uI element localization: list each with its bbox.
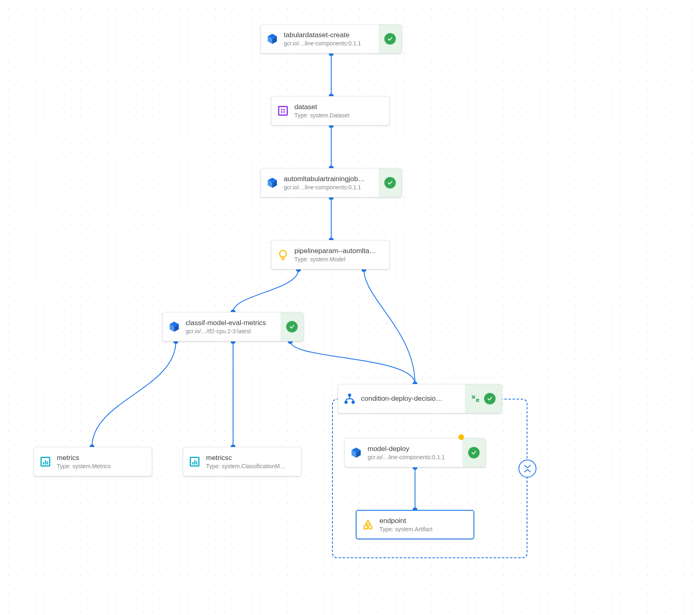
lightbulb-icon <box>277 249 289 260</box>
svg-rect-38 <box>194 460 195 465</box>
chevron-up-icon <box>524 469 531 473</box>
node-title: classif-model-eval-metrics <box>186 319 276 327</box>
node-subtitle: Type: system.ClassificationM… <box>206 463 297 469</box>
success-check-icon <box>286 321 298 332</box>
node-subtitle: gcr.io/…line-components:0.1.1 <box>284 184 375 191</box>
node-automl-training[interactable]: automltabulartrainingjob… gcr.io/…line-c… <box>260 168 402 198</box>
svg-rect-39 <box>196 461 197 465</box>
node-title: condition-deploy-decisio… <box>361 395 465 403</box>
node-subtitle: gcr.io/…line-components:0.1.1 <box>284 40 375 47</box>
cube-icon <box>350 447 362 459</box>
metrics-icon <box>189 456 200 467</box>
success-check-icon <box>468 447 480 458</box>
cube-icon <box>266 33 278 45</box>
node-metrics[interactable]: metrics Type: system.Metrics <box>34 447 152 476</box>
success-check-icon <box>384 177 396 189</box>
dataset-icon <box>277 105 289 117</box>
svg-rect-34 <box>45 460 46 465</box>
node-dataset[interactable]: dataset Type: system.Dataset <box>271 96 390 126</box>
node-title: tabulardataset-create <box>284 31 375 39</box>
svg-point-22 <box>348 393 351 397</box>
svg-rect-33 <box>43 462 44 465</box>
node-title: endpoint <box>379 517 469 525</box>
pipeline-canvas[interactable]: condition-deploy-decisio… tabulardataset… <box>0 0 700 615</box>
cube-icon <box>168 321 180 333</box>
node-title: automltabulartrainingjob… <box>284 175 375 183</box>
success-check-icon <box>384 33 396 45</box>
node-title: metrics <box>57 454 148 462</box>
node-title: pipelineparam--automlta… <box>294 247 385 255</box>
svg-rect-40 <box>364 525 368 529</box>
collapse-group-button[interactable] <box>518 460 536 478</box>
node-subtitle: gcr.io/…line-components:0.1.1 <box>368 454 458 460</box>
svg-rect-25 <box>279 107 287 115</box>
svg-rect-28 <box>281 111 283 113</box>
node-subtitle: Type: system.Model <box>294 256 385 263</box>
collapse-in-icon <box>471 394 480 403</box>
node-subtitle: Type: system.Artifact <box>379 526 469 532</box>
node-subtitle: Type: system.Metrics <box>57 463 148 469</box>
shapes-icon <box>362 519 374 530</box>
svg-rect-29 <box>283 111 285 113</box>
chevron-down-icon <box>524 465 531 469</box>
node-pipelineparam[interactable]: pipelineparam--automlta… Type: system.Mo… <box>271 240 390 269</box>
success-check-icon <box>484 393 496 404</box>
node-title: metricsc <box>206 454 297 462</box>
node-title: model-deploy <box>368 445 458 453</box>
cube-icon <box>266 177 278 189</box>
node-model-deploy[interactable]: model-deploy gcr.io/…line-components:0.1… <box>344 438 486 467</box>
node-classif-eval[interactable]: classif-model-eval-metrics gcr.io/…/tf2-… <box>162 312 304 341</box>
node-tabulardataset-create[interactable]: tabulardataset-create gcr.io/…line-compo… <box>260 24 402 54</box>
node-condition-deploy[interactable]: condition-deploy-decisio… <box>338 384 502 413</box>
node-metricsc[interactable]: metricsc Type: system.ClassificationM… <box>183 447 301 476</box>
metrics-icon <box>40 456 51 467</box>
svg-point-24 <box>352 401 355 404</box>
svg-rect-27 <box>283 109 285 110</box>
svg-rect-37 <box>192 462 193 465</box>
node-subtitle: Type: system.Dataset <box>294 112 385 119</box>
svg-rect-26 <box>281 109 283 110</box>
node-subtitle: gcr.io/…/tf2-cpu.2-3:latest <box>186 328 276 334</box>
warning-dot-icon <box>458 434 464 440</box>
node-endpoint[interactable]: endpoint Type: system.Artifact <box>356 510 474 539</box>
branch-icon <box>343 393 356 405</box>
svg-rect-35 <box>47 461 48 465</box>
svg-point-41 <box>369 525 372 529</box>
svg-point-23 <box>344 401 348 404</box>
node-title: dataset <box>294 103 385 111</box>
